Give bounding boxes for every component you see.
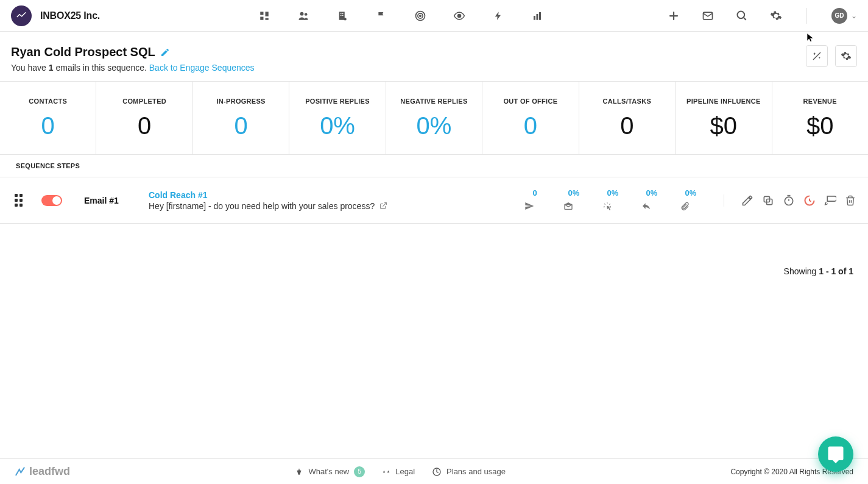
people-icon[interactable] [297, 10, 309, 22]
stat-card[interactable]: OUT OF OFFICE0 [482, 82, 579, 154]
header: INBOX25 Inc. [0, 0, 868, 32]
stat-card[interactable]: IN-PROGRESS0 [193, 82, 289, 154]
click-icon [602, 201, 624, 212]
stats-row: CONTACTS0COMPLETED0IN-PROGRESS0POSITIVE … [0, 81, 868, 155]
gear-icon[interactable] [770, 10, 782, 22]
stat-label: IN-PROGRESS [199, 98, 283, 105]
step-title[interactable]: Cold Reach #1 [149, 190, 502, 200]
stat-label: REVENUE [778, 98, 862, 105]
svg-point-4 [300, 12, 304, 15]
step-metric[interactable]: 0% [680, 188, 702, 212]
rocket-step-icon[interactable] [824, 194, 836, 207]
footer: leadfwd What's new 5 Legal Plans and usa… [0, 458, 868, 484]
plus-icon[interactable] [668, 10, 680, 22]
svg-rect-10 [342, 15, 344, 16]
nav-right: GD ⌄ [668, 8, 857, 24]
building-icon[interactable] [336, 10, 348, 22]
svg-line-23 [744, 17, 746, 20]
pagination-range: 1 - 1 of 1 [819, 266, 853, 276]
step-metric[interactable]: 0 [524, 188, 546, 212]
stat-card[interactable]: NEGATIVE REPLIES0% [386, 82, 482, 154]
stat-value: 0 [199, 112, 283, 140]
metric-value: 0% [641, 188, 663, 198]
target-icon[interactable] [414, 10, 426, 22]
svg-rect-16 [534, 16, 535, 20]
pagination-prefix: Showing [784, 266, 819, 276]
brand-name[interactable]: INBOX25 Inc. [40, 10, 100, 21]
magic-button[interactable] [806, 45, 828, 67]
stat-label: CONTACTS [6, 98, 90, 105]
chevron-down-icon: ⌄ [851, 12, 857, 20]
stat-card[interactable]: CONTACTS0 [0, 82, 96, 154]
svg-point-5 [305, 13, 308, 16]
stat-card[interactable]: CALLS/TASKS0 [579, 82, 676, 154]
sequence-title-text: Ryan Cold Prospect SQL [11, 45, 155, 59]
send-icon [524, 201, 546, 211]
brand-logo[interactable] [11, 5, 32, 26]
svg-rect-3 [266, 18, 269, 20]
user-menu[interactable]: GD ⌄ [831, 8, 857, 24]
legal-link[interactable]: Legal [382, 467, 415, 477]
stat-label: NEGATIVE REPLIES [392, 98, 476, 105]
flag-icon[interactable] [375, 10, 387, 22]
subtitle: You have 1 emails in this sequence. Back… [11, 63, 255, 73]
step-metrics: 00%0%0%0% [524, 188, 702, 212]
stat-card[interactable]: POSITIVE REPLIES0% [289, 82, 386, 154]
stat-value: 0 [6, 112, 90, 140]
open-icon [563, 201, 585, 211]
stat-label: OUT OF OFFICE [489, 98, 572, 105]
metric-value: 0% [680, 188, 702, 198]
back-link[interactable]: Back to Engage Sequences [147, 63, 255, 73]
svg-rect-7 [340, 13, 342, 14]
stat-card[interactable]: COMPLETED0 [96, 82, 192, 154]
stat-label: PIPELINE INFLUENCE [682, 98, 765, 105]
copy-step-icon[interactable] [762, 194, 774, 207]
svg-rect-17 [537, 14, 538, 20]
settings-button[interactable] [835, 45, 857, 67]
edit-title-icon[interactable] [160, 48, 170, 57]
drag-handle-icon[interactable] [12, 194, 24, 207]
whatsnew-link[interactable]: What's new 5 [295, 466, 365, 477]
search-icon[interactable] [736, 10, 748, 22]
schedule-step-icon[interactable] [803, 194, 816, 207]
delete-step-icon[interactable] [845, 194, 856, 207]
popout-icon[interactable] [379, 202, 387, 210]
stat-card[interactable]: REVENUE$0 [772, 82, 868, 154]
metric-value: 0% [602, 188, 624, 198]
stat-label: COMPLETED [102, 98, 186, 105]
dashboard-icon[interactable] [258, 10, 270, 22]
svg-rect-9 [340, 15, 342, 16]
stat-value: $0 [778, 112, 862, 140]
subtext-mid: emails in this sequence. [54, 63, 147, 73]
step-label: Email #1 [84, 196, 127, 205]
mail-icon[interactable] [702, 10, 714, 22]
footer-brand[interactable]: leadfwd [15, 465, 70, 478]
timer-step-icon[interactable] [783, 194, 795, 207]
stat-value: 0% [295, 112, 379, 140]
edit-step-icon[interactable] [741, 194, 753, 207]
step-metric[interactable]: 0% [641, 188, 663, 212]
avatar: GD [831, 8, 847, 24]
svg-rect-8 [342, 13, 344, 14]
stat-value: 0 [489, 112, 572, 140]
bolt-icon[interactable] [492, 10, 504, 22]
eye-icon[interactable] [453, 10, 465, 22]
stat-value: 0 [585, 112, 669, 140]
step-toggle[interactable] [41, 195, 62, 206]
toggle-knob [52, 196, 61, 205]
svg-rect-1 [266, 12, 269, 16]
stat-card[interactable]: PIPELINE INFLUENCE$0 [676, 82, 772, 154]
attach-icon [680, 201, 702, 212]
step-preview-text: Hey [firstname] - do you need help with … [149, 201, 375, 211]
chat-fab[interactable] [818, 436, 853, 472]
step-preview: Hey [firstname] - do you need help with … [149, 201, 502, 211]
plans-link[interactable]: Plans and usage [432, 467, 506, 477]
stat-value: $0 [682, 112, 765, 140]
step-metric[interactable]: 0% [602, 188, 624, 212]
svg-point-22 [738, 11, 745, 18]
svg-rect-0 [260, 12, 263, 15]
legal-label: Legal [395, 467, 415, 476]
sequence-title: Ryan Cold Prospect SQL [11, 45, 255, 59]
step-metric[interactable]: 0% [563, 188, 585, 212]
chart-icon[interactable] [531, 10, 543, 22]
